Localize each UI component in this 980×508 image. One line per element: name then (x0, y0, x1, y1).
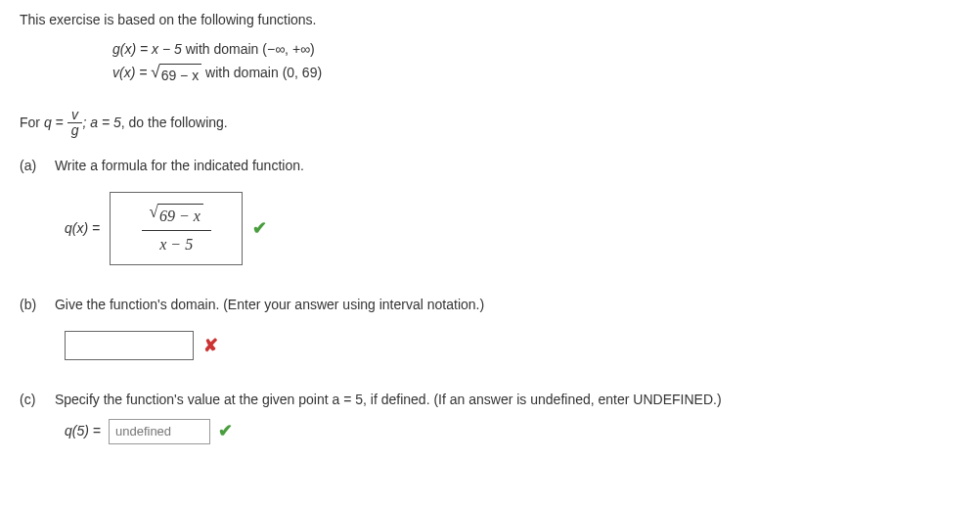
answer-fraction: √69 − x x − 5 (142, 199, 211, 258)
answer-num-sqrt: 69 − x (157, 204, 203, 228)
answer-den: x − 5 (142, 231, 211, 258)
sqrt-icon: √69 − x (150, 204, 203, 228)
qx-label: q(x) = (65, 218, 100, 239)
part-b: (b) Give the function's domain. (Enter y… (20, 295, 960, 360)
prompt-prefix: For (20, 114, 44, 129)
q5-label: q(5) = (65, 421, 101, 441)
part-b-answer-input[interactable] (65, 331, 194, 360)
part-a: (a) Write a formula for the indicated fu… (20, 156, 960, 265)
part-c-label: (c) (20, 390, 51, 410)
fraction-v-over-g: v g (67, 108, 83, 139)
a-equals: ; a = 5 (82, 114, 120, 129)
part-a-label: (a) (20, 156, 51, 176)
part-b-answer-row: ✘ (65, 331, 960, 360)
part-c-answer-row: q(5) = undefined ✔ (65, 418, 960, 444)
part-a-text: Write a formula for the indicated functi… (55, 156, 304, 176)
frac-denominator: g (67, 123, 83, 138)
intro-text: This exercise is based on the following … (20, 10, 960, 30)
check-icon: ✔ (218, 418, 233, 444)
v-function: v(x) = √69 − x with domain (0, 69) (112, 62, 960, 88)
prompt-line: For q = v g ; a = 5, do the following. (20, 108, 960, 139)
v-left: v(x) = (112, 65, 151, 80)
part-c: (c) Specify the function's value at the … (20, 390, 960, 444)
check-icon: ✔ (252, 215, 267, 242)
v-sqrt-body: 69 − x (159, 64, 202, 88)
part-b-label: (b) (20, 295, 51, 315)
part-b-text: Give the function's domain. (Enter your … (55, 295, 484, 315)
q-eq: q = (44, 114, 67, 129)
frac-numerator: v (67, 108, 83, 123)
sqrt-icon: √69 − x (151, 64, 201, 88)
cross-icon: ✘ (203, 333, 218, 359)
part-a-answer-row: q(x) = √69 − x x − 5 ✔ (65, 192, 960, 265)
g-formula: g(x) = x − 5 (112, 41, 182, 57)
part-c-text: Specify the function's value at the give… (55, 390, 722, 410)
g-function: g(x) = x − 5 with domain (−∞, +∞) (112, 38, 960, 62)
functions-definitions: g(x) = x − 5 with domain (−∞, +∞) v(x) =… (112, 38, 960, 88)
g-domain: with domain (−∞, +∞) (182, 41, 315, 57)
v-domain: with domain (0, 69) (201, 65, 322, 80)
prompt-suffix: , do the following. (121, 114, 228, 129)
part-a-answer-input[interactable]: √69 − x x − 5 (110, 192, 243, 265)
part-c-answer-input[interactable]: undefined (109, 419, 210, 444)
